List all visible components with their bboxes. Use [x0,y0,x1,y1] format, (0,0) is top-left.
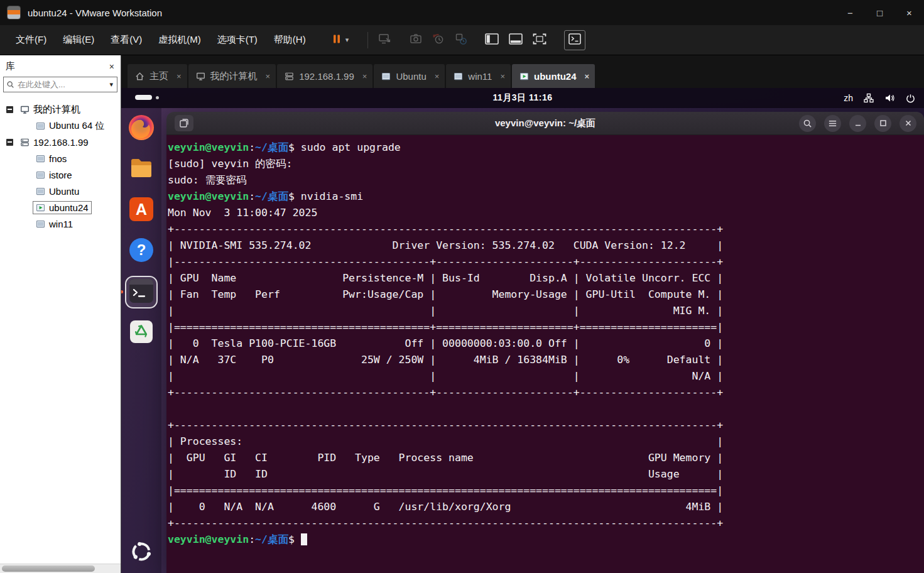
window-close-button[interactable]: × [894,0,924,25]
vm-icon [36,219,45,229]
tree-item-box: Ubuntu 64 位 [33,119,107,133]
menu-help[interactable]: 帮助(H) [266,30,314,50]
terminal-maximize-button[interactable] [874,115,891,132]
menu-file[interactable]: 文件(F) [8,30,55,50]
vm-running-icon [519,72,529,81]
library-close-icon[interactable]: × [109,62,114,72]
terminal-line: | GPU GI CI PID Type Process name GPU Me… [168,450,924,466]
vm-icon [36,187,45,196]
terminal-line [168,401,924,417]
console-button[interactable] [564,30,585,50]
panel-thumbnails-button[interactable] [509,33,523,47]
snapshot-take-button[interactable] [410,33,422,48]
tree-expander-icon[interactable] [6,106,13,113]
terminal-icon [128,277,155,307]
tab-close-icon[interactable]: × [266,72,271,81]
ctrl-alt-del-icon [378,33,392,48]
search-dropdown-icon[interactable]: ▾ [108,80,114,89]
menu-edit[interactable]: 编辑(E) [55,30,102,50]
tab-ubuntu[interactable]: Ubuntu× [374,64,445,88]
terminal-line: |---------------------------------------… [168,254,924,270]
tree-item-istore[interactable]: istore [0,166,121,183]
tree-item-label: Ubuntu [49,186,79,197]
dock-item-terminal[interactable] [126,277,156,307]
dock-item-firefox[interactable] [126,114,156,144]
tab-close-icon[interactable]: × [177,72,182,81]
terminal-line: | Processes: | [168,434,924,450]
window-title: ubuntu24 - VMware Workstation [28,8,162,18]
tree-item-ubuntu[interactable]: Ubuntu [0,183,121,199]
tree-item-win11[interactable]: win11 [0,216,121,232]
tab-remote-192-168-1-99[interactable]: 192.168.1.99× [277,64,372,88]
vmware-toolbar-grip[interactable] [135,95,159,100]
tree-item-fnos[interactable]: fnos [0,150,121,166]
tab-win11[interactable]: win11× [446,64,511,88]
menu-vm[interactable]: 虚拟机(M) [150,30,209,50]
terminal-line: | | | MIG M. | [168,303,924,319]
show-apps-button[interactable] [128,539,155,567]
input-method-indicator[interactable]: zh [844,93,853,103]
dock-item-files[interactable] [126,155,156,185]
dock-item-software-a[interactable]: A [126,195,156,226]
tab-close-icon[interactable]: × [362,72,367,81]
toolbar: ▾ [330,30,604,50]
console-icon [568,33,581,47]
tab-close-icon[interactable]: × [500,72,505,81]
tab-label: ubuntu24 [534,71,577,82]
tree-item-ubuntu24[interactable]: ubuntu24 [0,199,121,216]
dock-item-trash[interactable] [126,318,156,348]
terminal-line: |=======================================… [168,483,924,499]
snapshot-manager-button[interactable] [455,33,467,48]
scrollbar-thumb[interactable] [2,565,95,572]
pause-dropdown-icon[interactable]: ▾ [345,36,349,44]
ctrl-alt-del-button[interactable] [378,33,392,48]
fullscreen-button[interactable] [533,33,546,47]
tab-label: 主页 [149,70,168,82]
tab-close-icon[interactable]: × [585,72,590,81]
terminal-menu-button[interactable] [824,115,841,132]
snapshot-revert-button[interactable] [432,33,445,48]
search-placeholder: 在此处键入... [18,79,105,90]
vmware-window: ubuntu24 - VMware Workstation − □ × 文件(F… [0,0,924,573]
dock-item-help[interactable]: ? [126,236,156,266]
window-minimize-button[interactable]: − [835,0,865,25]
panel-library-button[interactable] [485,33,499,47]
system-tray[interactable]: zh [844,88,915,108]
tree-item-remote-192-168-1-99[interactable]: 192.168.1.99 [0,134,121,150]
tree-item-label: Ubuntu 64 位 [49,120,104,132]
monitor-icon [20,105,30,114]
tree-item-ubuntu-64[interactable]: Ubuntu 64 位 [0,117,121,134]
clock[interactable]: 11月3日 11:16 [492,92,552,104]
new-tab-button[interactable] [175,115,193,131]
terminal-search-button[interactable] [799,115,816,132]
pause-button[interactable]: ▾ [330,33,349,48]
fullscreen-icon [533,33,546,47]
tab-ubuntu24[interactable]: ubuntu24× [512,64,595,88]
toolbar-group [378,33,392,48]
menu-view[interactable]: 查看(V) [102,30,150,50]
tree-item-label: win11 [49,219,73,229]
grip-pill [135,95,152,100]
terminal-output[interactable]: veyvin@veyvin:~/桌面$ sudo apt upgrade[sud… [166,135,924,573]
svg-text:?: ? [137,241,146,258]
library-hscrollbar[interactable] [0,564,121,573]
menu-bar: 文件(F)编辑(E)查看(V)虚拟机(M)选项卡(T)帮助(H) ▾ [0,25,924,55]
svg-text:A: A [136,200,147,218]
library-search-input[interactable]: 在此处键入... ▾ [3,77,117,92]
tree-item-my-computer[interactable]: 我的计算机 [0,101,121,117]
library-tree: 我的计算机Ubuntu 64 位192.168.1.99fnosistoreUb… [0,99,121,564]
tree-expander-icon[interactable] [6,139,13,146]
tree-item-label: istore [49,170,72,180]
terminal-minimize-button[interactable] [849,115,866,132]
toolbar-group [564,30,585,50]
terminal-headerbar[interactable]: veyvin@veyvin: ~/桌面 [166,112,924,135]
terminal-close-button[interactable] [900,115,916,132]
menu-tabs[interactable]: 选项卡(T) [209,30,266,50]
software-a-icon: A [128,195,155,226]
tab-close-icon[interactable]: × [435,72,440,81]
window-maximize-button[interactable]: □ [865,0,894,25]
terminal-line: [sudo] veyvin 的密码: [168,156,924,172]
tab-my-computer[interactable]: 我的计算机× [188,64,276,88]
main-region: 库 × 在此处键入... ▾ 我的计算机Ubuntu 64 位192.168.1… [0,55,924,573]
tab-home[interactable]: 主页× [128,64,187,88]
